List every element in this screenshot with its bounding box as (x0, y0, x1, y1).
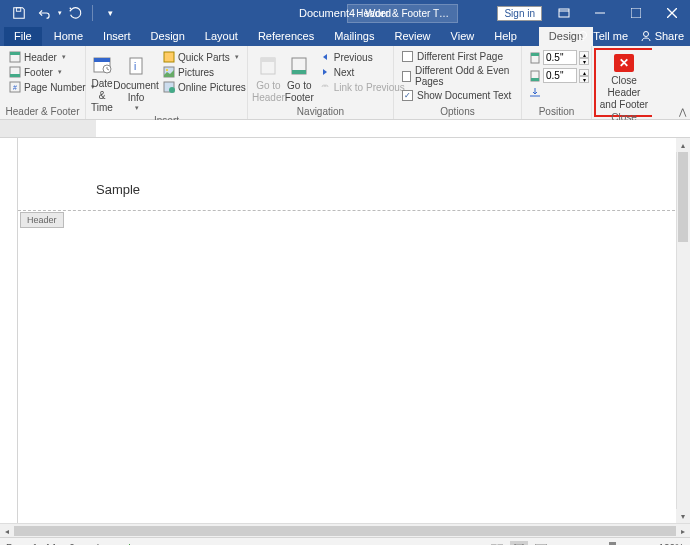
header-distance-icon (529, 52, 541, 64)
checkbox-icon (402, 71, 411, 82)
goto-header-button[interactable]: Go toHeader (252, 48, 285, 105)
tab-view[interactable]: View (441, 27, 485, 46)
svg-rect-31 (292, 70, 306, 74)
zoom-in-icon[interactable]: + (647, 542, 654, 546)
footer-bottom-input[interactable] (543, 68, 577, 83)
pictures-button[interactable]: Pictures (160, 65, 249, 79)
group-close: ✕ Close Header and Footer Close (594, 48, 652, 117)
svg-point-9 (643, 32, 648, 37)
svg-rect-1 (559, 9, 569, 17)
tell-me[interactable]: Tell me (577, 30, 628, 42)
group-label-nav: Navigation (252, 105, 389, 119)
tab-insert[interactable]: Insert (93, 27, 141, 46)
minimize-icon[interactable] (582, 0, 618, 26)
doc-info-icon: i (124, 54, 148, 78)
read-mode-icon[interactable] (488, 541, 506, 546)
tab-home[interactable]: Home (44, 27, 93, 46)
svg-rect-13 (10, 74, 20, 77)
document-area: Sample Header ▴ ▾ (0, 138, 690, 523)
group-navigation: Go toHeader Go toFooter Previous Next Li… (248, 46, 394, 119)
footer-button[interactable]: Footer▾ (6, 65, 98, 79)
save-icon[interactable] (8, 2, 30, 24)
goto-header-icon (256, 54, 280, 78)
svg-rect-23 (164, 52, 174, 62)
footer-from-bottom[interactable]: ▴▾ (528, 67, 590, 84)
svg-point-27 (169, 87, 175, 93)
collapse-ribbon-icon[interactable]: ⋀ (679, 107, 686, 117)
qat-customize-icon[interactable]: ▾ (99, 2, 121, 24)
group-label-hf: Header & Footer (4, 105, 81, 119)
horizontal-ruler[interactable] (0, 120, 690, 138)
date-time-button[interactable]: Date &Time (90, 48, 114, 114)
svg-rect-33 (531, 53, 539, 56)
close-icon[interactable] (654, 0, 690, 26)
goto-footer-icon (287, 54, 311, 78)
svg-rect-35 (531, 78, 539, 81)
tab-file[interactable]: File (4, 27, 42, 46)
document-info-button[interactable]: i DocumentInfo▾ (114, 48, 158, 114)
show-document-text-checkbox[interactable]: ✓ Show Document Text (400, 89, 515, 102)
footer-icon (9, 66, 21, 78)
print-layout-icon[interactable] (510, 541, 528, 546)
scroll-left-icon[interactable]: ◂ (0, 524, 14, 538)
scroll-thumb-h[interactable] (14, 526, 676, 536)
vertical-ruler[interactable] (0, 138, 18, 523)
scroll-thumb[interactable] (678, 152, 688, 242)
horizontal-scrollbar[interactable]: ◂ ▸ (0, 523, 690, 537)
spin-up-icon[interactable]: ▴ (579, 51, 589, 58)
header-button[interactable]: Header▾ (6, 50, 98, 64)
close-header-footer-button[interactable]: ✕ Close Header and Footer (598, 52, 650, 111)
header-content[interactable]: Sample (96, 182, 140, 197)
zoom-out-icon[interactable]: − (554, 542, 561, 546)
svg-text:#: # (13, 84, 17, 91)
close-x-icon: ✕ (614, 54, 634, 72)
quick-parts-button[interactable]: Quick Parts▾ (160, 50, 249, 64)
tab-design[interactable]: Design (141, 27, 195, 46)
different-odd-even-checkbox[interactable]: Different Odd & Even Pages (400, 64, 515, 88)
next-icon (319, 66, 331, 78)
contextual-tab-label: Header & Footer T… (347, 4, 458, 23)
scroll-down-icon[interactable]: ▾ (676, 509, 690, 523)
tab-mailings[interactable]: Mailings (324, 27, 384, 46)
tab-review[interactable]: Review (385, 27, 441, 46)
checkbox-checked-icon: ✓ (402, 90, 413, 101)
group-position: ▴▾ ▴▾ Position (522, 46, 592, 119)
group-options: Different First Page Different Odd & Eve… (394, 46, 522, 119)
pictures-icon (163, 66, 175, 78)
online-pictures-button[interactable]: Online Pictures (160, 80, 249, 94)
spin-down-icon[interactable]: ▾ (579, 76, 589, 83)
status-bar: Page 1 of 1 0 words − + 120% (0, 537, 690, 545)
tab-references[interactable]: References (248, 27, 324, 46)
group-label-position: Position (526, 105, 587, 119)
undo-icon[interactable] (32, 2, 54, 24)
tab-layout[interactable]: Layout (195, 27, 248, 46)
header-from-top[interactable]: ▴▾ (528, 49, 590, 66)
svg-rect-29 (261, 58, 275, 62)
tab-help[interactable]: Help (484, 27, 527, 46)
goto-footer-button[interactable]: Go toFooter (285, 48, 314, 105)
online-pictures-icon (163, 81, 175, 93)
redo-icon[interactable] (64, 2, 86, 24)
sign-in-button[interactable]: Sign in (497, 6, 542, 21)
spin-down-icon[interactable]: ▾ (579, 58, 589, 65)
spin-up-icon[interactable]: ▴ (579, 69, 589, 76)
header-top-input[interactable] (543, 50, 577, 65)
scroll-up-icon[interactable]: ▴ (676, 138, 690, 152)
previous-icon (319, 51, 331, 63)
document-page[interactable]: Sample Header (18, 138, 690, 523)
ribbon-display-icon[interactable] (546, 0, 582, 26)
ribbon: Header▾ Footer▾ # Page Number▾ Header & … (0, 46, 690, 120)
different-first-page-checkbox[interactable]: Different First Page (400, 50, 515, 63)
share-icon (640, 30, 652, 42)
calendar-icon (90, 52, 114, 76)
title-bar: ▾ ▾ Document4 - Word Header & Footer T… … (0, 0, 690, 26)
share-button[interactable]: Share (640, 30, 684, 42)
vertical-scrollbar[interactable]: ▴ ▾ (676, 138, 690, 523)
page-number-button[interactable]: # Page Number▾ (6, 80, 98, 94)
footer-distance-icon (529, 70, 541, 82)
undo-dropdown-icon[interactable]: ▾ (58, 9, 62, 17)
web-layout-icon[interactable] (532, 541, 550, 546)
maximize-icon[interactable] (618, 0, 654, 26)
insert-alignment-tab[interactable] (528, 85, 590, 99)
scroll-right-icon[interactable]: ▸ (676, 524, 690, 538)
